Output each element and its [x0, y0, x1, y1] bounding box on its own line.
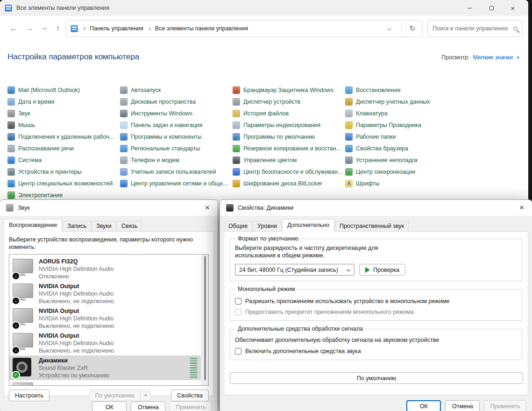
control-panel-item[interactable]: Диспетчер устройств [233, 96, 345, 107]
default-programs-icon [233, 133, 240, 141]
breadcrumb-root[interactable]: Панель управления [90, 25, 143, 32]
control-panel-item[interactable]: Система [7, 154, 120, 166]
properties-button[interactable]: Свойства [171, 390, 209, 401]
recent-pages-chevron-icon[interactable] [43, 26, 47, 30]
minimize-button[interactable] [459, 0, 481, 16]
device-row[interactable]: ↓ NVIDIA Output NVIDIA High Definition A… [9, 331, 201, 355]
breadcrumb[interactable]: Панель управления Все элементы панели уп… [66, 20, 423, 37]
close-button[interactable]: × [502, 0, 524, 16]
breadcrumb-current[interactable]: Все элементы панели управления [155, 25, 248, 32]
items-column-1: Mail (Microsoft Outlook) Дата и время Зв… [7, 84, 120, 201]
item-label: Программы по умолчанию [243, 134, 315, 140]
control-panel-item[interactable]: Управление цветом [233, 154, 345, 166]
view-by-value[interactable]: Мелкие значки [473, 54, 513, 61]
configure-button[interactable]: Настроить [9, 390, 50, 401]
address-dropdown-icon[interactable] [387, 26, 392, 30]
window-title: Все элементы панели управления [16, 5, 109, 11]
control-panel-item[interactable]: Резервное копирование и восстан... [233, 142, 345, 154]
device-row[interactable] [9, 380, 201, 386]
set-default-dropdown-icon[interactable]: ▼ [141, 390, 151, 401]
set-default-button[interactable]: По умолчанию [89, 390, 141, 401]
control-panel-item[interactable]: Программы и компоненты [120, 131, 233, 142]
control-panel-item[interactable]: Устранение неполадок [345, 154, 458, 166]
control-panel-item[interactable]: Инструменты Windows [120, 107, 233, 119]
close-icon[interactable]: × [518, 203, 526, 213]
control-panel-item[interactable]: Дата и время [7, 96, 120, 107]
control-panel-item[interactable]: Звук [7, 107, 120, 119]
apply-button[interactable]: Применить [170, 401, 212, 411]
allow-exclusive-checkbox[interactable] [235, 298, 241, 305]
playback-instruction: Выберите устройство воспроизведения, пар… [9, 236, 202, 251]
control-panel-item[interactable]: Программы по умолчанию [233, 131, 345, 142]
control-panel-item[interactable]: Шифрование диска BitLocker [233, 177, 345, 189]
enable-enhancements-checkbox[interactable] [235, 348, 241, 354]
device-row[interactable]: ↓ AORUS FI32Q NVIDIA High Definition Aud… [9, 256, 201, 281]
exclusive-priority-label: Предоставить приоритет приложениям моноп… [245, 309, 414, 315]
ease-of-access-icon [7, 180, 15, 187]
close-icon[interactable]: × [203, 203, 212, 213]
test-button[interactable]: Проверка [359, 264, 405, 276]
control-panel-item[interactable]: Панель задач и навигация [120, 119, 233, 131]
control-panel-item[interactable]: Дисковые пространства [120, 96, 233, 107]
control-panel-item[interactable]: Восстановление [345, 84, 458, 96]
control-panel-item[interactable]: Рабочие папки [345, 131, 458, 142]
control-panel-item[interactable]: Автозапуск [120, 84, 233, 96]
ok-button[interactable]: ОК [92, 401, 127, 411]
apply-button[interactable]: Применить [484, 400, 526, 411]
properties-tab[interactable]: Пространственный звук [335, 221, 409, 232]
control-panel-item[interactable]: Центр специальных возможностей [7, 177, 120, 189]
search-box[interactable] [427, 20, 523, 37]
exclusive-priority-checkbox[interactable] [235, 309, 241, 315]
properties-tab[interactable]: Общие [224, 221, 252, 232]
control-panel-item[interactable]: Телефон и модем [120, 154, 233, 166]
item-label: Инструменты Windows [131, 110, 192, 117]
search-input[interactable] [433, 25, 511, 32]
properties-tab[interactable]: Уровни [253, 221, 282, 232]
control-panel-item[interactable]: Устройства и принтеры [7, 166, 120, 177]
control-panel-item[interactable]: Центр безопасности и обслуживан... [233, 166, 345, 177]
sound-tab[interactable]: Запись [63, 221, 91, 232]
up-button[interactable]: ↑ [52, 24, 64, 33]
refresh-icon[interactable]: ↻ [406, 24, 418, 33]
control-panel-item[interactable]: История файлов [233, 107, 345, 119]
forward-button[interactable]: → [21, 24, 37, 33]
keyboard-icon [345, 110, 353, 117]
maximize-button[interactable] [481, 0, 502, 16]
sound-tab[interactable]: Воспроизведение [4, 219, 62, 232]
sound-tab[interactable]: Связь [117, 221, 142, 232]
control-panel-item[interactable]: Свойства браузера [345, 142, 458, 154]
cancel-button[interactable]: Отмена [445, 400, 480, 411]
control-panel-item[interactable]: Региональные стандарты [120, 142, 233, 154]
view-by-dropdown-icon[interactable]: ▼ [516, 56, 520, 60]
device-row[interactable]: ↓ NVIDIA Output NVIDIA High Definition A… [9, 281, 201, 306]
control-panel-item[interactable]: Брандмауэр Защитника Windows [233, 84, 345, 96]
restore-defaults-button[interactable]: По умолчанию [230, 372, 523, 384]
set-default-split-button[interactable]: По умолчанию ▼ [89, 390, 151, 401]
control-panel-item[interactable]: Центр синхронизации [345, 166, 458, 177]
control-panel-item[interactable]: Подключения к удаленным рабоч... [7, 131, 120, 142]
control-panel-item[interactable]: Параметры Проводника [345, 119, 458, 131]
control-panel-item[interactable]: Mail (Microsoft Outlook) [7, 84, 120, 96]
device-row[interactable]: ↓ NVIDIA Output NVIDIA High Definition A… [9, 306, 201, 331]
control-panel-item[interactable]: Мышь [7, 119, 120, 131]
phone-modem-icon [120, 156, 128, 164]
device-list-scrollbar[interactable] [201, 255, 208, 385]
ok-button[interactable]: ОК [406, 400, 441, 411]
back-button[interactable]: ← [6, 24, 21, 33]
cancel-button[interactable]: Отмена [131, 401, 165, 411]
control-panel-item[interactable]: Учетные записи пользователей [120, 166, 233, 177]
device-name: NVIDIA Output [39, 283, 114, 290]
enhancements-group: Дополнительные средства обработки сигнал… [230, 326, 522, 360]
properties-tab[interactable]: Дополнительно [282, 219, 334, 232]
sound-dialog-titlebar: Звук × [0, 200, 218, 216]
item-label: Система [18, 157, 42, 163]
sound-tab[interactable]: Звуки [92, 221, 116, 232]
device-row[interactable]: ✓ Динамики Sound Blaster ZxR Устройство … [9, 355, 201, 380]
format-combobox[interactable]: 24 бит, 48000 Гц (Студийная запись) [235, 264, 355, 276]
control-panel-item[interactable]: Диспетчер учетных данных [345, 96, 458, 107]
control-panel-item[interactable]: Распознавание речи [7, 142, 120, 154]
control-panel-item[interactable]: Клавиатура [345, 107, 458, 119]
control-panel-item[interactable]: Центр управления сетями и общи... [120, 177, 233, 189]
control-panel-item[interactable]: A Шрифты [345, 177, 458, 189]
control-panel-item[interactable]: Параметры индексирования [233, 119, 345, 131]
